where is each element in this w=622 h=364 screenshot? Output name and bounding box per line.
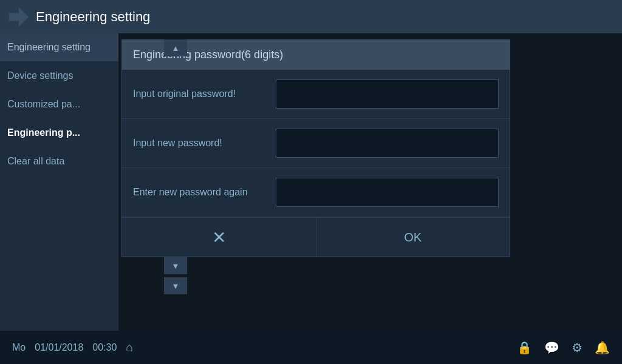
- ok-button[interactable]: OK: [316, 218, 510, 257]
- status-time: Mo 01/01/2018 00:30 ⌂: [12, 340, 517, 354]
- sidebar: Engineering setting Device settings Cust…: [0, 33, 118, 331]
- original-password-label: Input original password!: [133, 89, 267, 99]
- page-title: Engineering setting: [36, 9, 150, 25]
- modal-overlay: Engineering password(6 digits) Input ori…: [118, 33, 622, 331]
- sidebar-item-customized[interactable]: Customized pa...: [0, 90, 118, 119]
- main-content: Engineering setting Device settings Cust…: [0, 33, 622, 331]
- sidebar-item-device-settings[interactable]: Device settings: [0, 62, 118, 90]
- home-icon[interactable]: ⌂: [126, 340, 133, 354]
- settings-icon[interactable]: ⚙: [572, 340, 583, 355]
- confirm-password-input[interactable]: [276, 178, 499, 207]
- lock-icon[interactable]: 🔒: [517, 340, 532, 355]
- new-password-input[interactable]: [276, 129, 499, 158]
- status-date: 01/01/2018: [35, 342, 83, 353]
- bell-icon[interactable]: 🔔: [595, 340, 610, 355]
- original-password-row: Input original password!: [122, 70, 510, 119]
- top-header: Engineering setting: [0, 0, 622, 33]
- sidebar-item-clear-data[interactable]: Clear all data: [0, 147, 118, 176]
- modal-footer: ✕ OK: [122, 217, 510, 257]
- scroll-up-arrow[interactable]: ▲: [164, 39, 187, 56]
- right-content: ▲ Engineering password(6 digits) Input o…: [118, 33, 622, 331]
- new-password-row: Input new password!: [122, 119, 510, 168]
- status-day: Mo: [12, 342, 26, 353]
- sidebar-item-engineering-password[interactable]: Engineering p...: [0, 119, 118, 147]
- confirm-password-label: Enter new password again: [133, 187, 267, 198]
- chat-icon[interactable]: 💬: [544, 340, 559, 355]
- modal-title: Engineering password(6 digits): [133, 49, 283, 61]
- cancel-button[interactable]: ✕: [122, 218, 316, 257]
- scroll-down-arrow-2[interactable]: ▼: [164, 277, 187, 294]
- status-icons: 🔒 💬 ⚙ 🔔: [517, 340, 610, 355]
- original-password-input[interactable]: [276, 79, 499, 109]
- modal-body: Input original password! Input new passw…: [122, 70, 510, 217]
- sidebar-section-header: Engineering setting: [0, 33, 118, 62]
- password-modal: Engineering password(6 digits) Input ori…: [121, 39, 510, 257]
- new-password-label: Input new password!: [133, 138, 267, 149]
- status-bar: Mo 01/01/2018 00:30 ⌂ 🔒 💬 ⚙ 🔔: [0, 331, 622, 364]
- confirm-password-row: Enter new password again: [122, 168, 510, 217]
- scroll-down-arrow-1[interactable]: ▼: [164, 257, 187, 274]
- status-clock: 00:30: [92, 342, 117, 353]
- back-arrow-icon[interactable]: [9, 7, 29, 27]
